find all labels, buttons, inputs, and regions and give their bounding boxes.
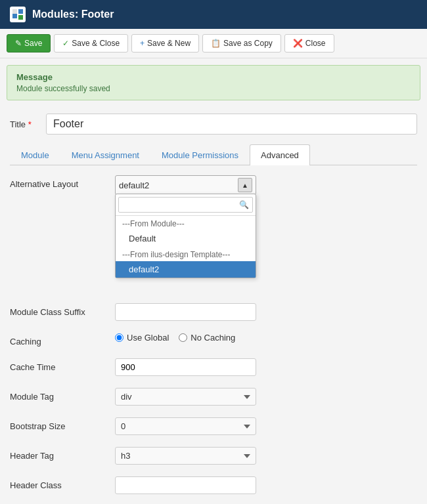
- save-copy-button[interactable]: 📋 Save as Copy: [202, 34, 281, 52]
- alternative-layout-dropdown: default2 ▲ 🔍 ---From Module--- Default -…: [115, 175, 256, 195]
- dropdown-value: default2: [119, 180, 236, 190]
- header-class-control: [115, 476, 417, 494]
- bootstrap-size-label: Bootstrap Size: [10, 417, 115, 431]
- tab-module-permissions[interactable]: Module Permissions: [150, 144, 250, 165]
- dropdown-item-default[interactable]: Default: [116, 230, 256, 247]
- header-tag-select[interactable]: h1 h2 h3 h4 h5 h6: [115, 447, 256, 465]
- dropdown-item-default2[interactable]: default2: [116, 261, 256, 278]
- svg-rect-1: [18, 9, 23, 14]
- module-tag-select[interactable]: div span section article aside header fo…: [115, 388, 256, 406]
- cache-time-control: [115, 358, 417, 376]
- caching-use-global-radio[interactable]: [115, 333, 124, 342]
- module-class-suffix-row: Module Class Suffix: [10, 303, 417, 321]
- module-tag-row: Module Tag div span section article asid…: [10, 388, 417, 406]
- message-box: Message Module successfully saved: [7, 65, 420, 100]
- tab-module[interactable]: Module: [10, 144, 60, 165]
- dropdown-search-container: 🔍: [116, 194, 256, 216]
- title-input[interactable]: [46, 114, 417, 135]
- caching-no-caching[interactable]: No Caching: [179, 333, 235, 343]
- dropdown-popup: 🔍 ---From Module--- Default ---From ilus…: [115, 194, 256, 278]
- svg-rect-3: [12, 9, 17, 14]
- cache-time-row: Cache Time: [10, 358, 417, 376]
- save-button[interactable]: ✎ Save: [7, 34, 51, 52]
- close-button[interactable]: ❌ Close: [284, 34, 334, 52]
- header-class-row: Header Class: [10, 476, 417, 494]
- bootstrap-size-row: Bootstrap Size 0 1 2 3 4 5 6 7 8 9 10 11…: [10, 417, 417, 435]
- header-tag-control: h1 h2 h3 h4 h5 h6: [115, 447, 417, 465]
- tab-advanced[interactable]: Advanced: [250, 144, 310, 165]
- message-body: Module successfully saved: [16, 84, 411, 93]
- module-tag-control: div span section article aside header fo…: [115, 388, 417, 406]
- header-class-input[interactable]: [115, 476, 256, 494]
- dropdown-display[interactable]: default2 ▲: [115, 175, 256, 195]
- alternative-layout-label: Alternative Layout: [10, 175, 115, 189]
- bootstrap-size-control: 0 1 2 3 4 5 6 7 8 9 10 11 12: [115, 417, 417, 435]
- required-marker: *: [28, 119, 32, 129]
- module-class-suffix-control: [115, 303, 417, 321]
- title-row: Title *: [10, 114, 417, 135]
- plus-icon: +: [140, 39, 145, 48]
- caching-control: Use Global No Caching: [115, 333, 417, 343]
- save-icon: ✎: [15, 39, 22, 48]
- module-class-suffix-input[interactable]: [115, 303, 256, 321]
- close-icon: ❌: [293, 39, 303, 48]
- caching-label: Caching: [10, 333, 115, 346]
- cache-time-label: Cache Time: [10, 358, 115, 372]
- dropdown-group-from-template: ---From ilus-design Template---: [116, 247, 256, 261]
- caching-no-caching-radio[interactable]: [179, 333, 187, 342]
- tabs-bar: Module Menu Assignment Module Permission…: [10, 144, 417, 165]
- caching-row: Caching Use Global No Caching: [10, 333, 417, 346]
- check-icon: ✓: [62, 39, 69, 48]
- copy-icon: 📋: [211, 39, 221, 48]
- header-class-label: Header Class: [10, 476, 115, 490]
- toolbar: ✎ Save ✓ Save & Close + Save & New 📋 Sav…: [0, 29, 427, 58]
- content-area: Title * Module Menu Assignment Module Pe…: [0, 107, 427, 504]
- page-title: Modules: Footer: [32, 9, 114, 20]
- search-icon: 🔍: [239, 200, 249, 209]
- alternative-layout-control: default2 ▲ 🔍 ---From Module--- Default -…: [115, 175, 417, 195]
- bootstrap-size-select[interactable]: 0 1 2 3 4 5 6 7 8 9 10 11 12: [115, 417, 256, 435]
- module-class-suffix-label: Module Class Suffix: [10, 303, 115, 317]
- cache-time-input[interactable]: [115, 358, 256, 376]
- save-close-button[interactable]: ✓ Save & Close: [54, 34, 128, 52]
- save-new-button[interactable]: + Save & New: [131, 34, 199, 52]
- svg-rect-0: [12, 14, 17, 18]
- dropdown-scroll-up[interactable]: ▲: [238, 178, 252, 192]
- header-tag-label: Header Tag: [10, 447, 115, 461]
- caching-use-global[interactable]: Use Global: [115, 333, 169, 343]
- dropdown-search-input[interactable]: [118, 197, 253, 213]
- tab-menu-assignment[interactable]: Menu Assignment: [60, 144, 150, 165]
- dropdown-group-from-module: ---From Module---: [116, 216, 256, 230]
- title-label: Title *: [10, 119, 39, 129]
- alternative-layout-row: Alternative Layout default2 ▲ 🔍 ---From …: [10, 175, 417, 195]
- message-title: Message: [16, 72, 411, 82]
- app-logo: [10, 7, 26, 22]
- app-header: Modules: Footer: [0, 0, 427, 29]
- module-tag-label: Module Tag: [10, 388, 115, 402]
- header-tag-row: Header Tag h1 h2 h3 h4 h5 h6: [10, 447, 417, 465]
- svg-rect-2: [18, 15, 23, 20]
